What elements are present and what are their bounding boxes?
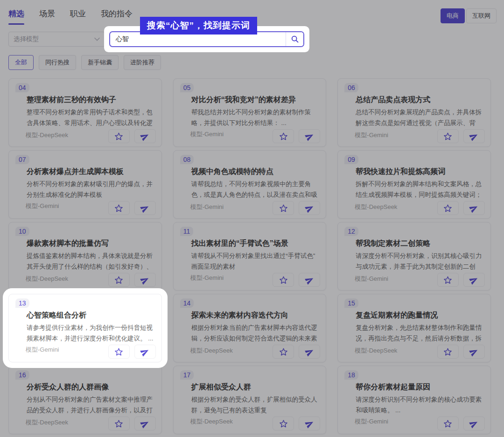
send-button[interactable] (463, 129, 485, 143)
prompt-card[interactable]: 18 帮你分析素材起量原因 请深度分析识别不同分析对象的核心成功要素和吸睛策略。… (337, 366, 491, 434)
filter-chip[interactable]: 新手锦囊 (81, 55, 119, 70)
card-number: 06 (344, 83, 358, 92)
model-select-placeholder: 选择模型 (14, 35, 39, 43)
card-actions (437, 416, 485, 430)
favorite-star-button[interactable] (108, 129, 130, 143)
prompt-library-page: 精选场景职业我的指令 电商互联网 选择模型 全部同行热搜新手锦囊进阶推荐 04 … (0, 0, 504, 437)
card-title: 帮你分析素材起量原因 (356, 382, 483, 392)
send-button[interactable] (134, 345, 156, 359)
send-button[interactable] (299, 416, 320, 430)
region-toggle: 电商互联网 (441, 8, 497, 23)
prompt-card[interactable]: 12 帮我制定素材二创策略 请深度分析不同分析对象，识别其核心吸引力与成功元素，… (337, 222, 491, 291)
card-description: 帮我总结并对比不同分析对象的素材制作策略，并提供以下对比分析结果： ... (191, 107, 319, 129)
card-description: 请深度分析不同分析对象，识别其核心吸引力与成功元素，并基于此为其制定创新的二创（… (356, 251, 483, 273)
send-plane-icon (139, 202, 151, 214)
star-icon (114, 347, 123, 356)
send-button[interactable] (299, 201, 320, 215)
prompt-card[interactable]: 05 对比分析“我和竞对”的素材差异 帮我总结并对比不同分析对象的素材制作策略，… (173, 78, 327, 147)
card-title: 总结产品卖点表现方式 (356, 95, 483, 105)
card-description: 拆解不同分析对象的脚本结构和文案风格，总结生成视频脚本模板，同时提炼高频关键词；… (356, 179, 483, 201)
favorite-star-button[interactable] (437, 273, 459, 287)
star-icon (279, 347, 288, 356)
favorite-star-button[interactable] (273, 201, 294, 215)
favorite-star-button[interactable] (273, 273, 294, 287)
star-icon (279, 132, 288, 141)
prompt-card[interactable]: 17 扩展相似受众人群 根据分析对象的受众人群，扩展相似的受众人群，避免与已有的… (173, 366, 327, 434)
favorite-star-button[interactable] (108, 416, 130, 430)
send-plane-icon (139, 346, 151, 358)
send-button[interactable] (299, 345, 320, 359)
send-button[interactable] (463, 345, 485, 359)
card-title: 复盘近期素材的跑量情况 (356, 311, 483, 320)
favorite-star-button[interactable] (437, 416, 459, 430)
favorite-star-button[interactable] (437, 129, 459, 143)
card-description: 总结不同分析对象展现的产品卖点，并具体拆解这些卖点是如何通过视觉（产品展示、背景… (356, 107, 483, 130)
region-toggle-button[interactable]: 电商 (441, 8, 465, 23)
send-button[interactable] (134, 201, 156, 215)
prompt-card[interactable]: 11 找出素材里的“手臂试色”场景 请帮我从不同分析对象里找出通过“手臂试色”画… (173, 222, 327, 291)
card-number: 10 (15, 227, 29, 236)
star-icon (279, 204, 288, 213)
prompt-card[interactable]: 04 整理素材前三秒的有效钩子 整理不同分析对象的常用钩子话术和类型，包含具体策… (8, 78, 162, 147)
tutorial-annotation: 搜索“心智”，找到提示词 (140, 17, 257, 35)
card-actions (108, 345, 156, 359)
star-icon (114, 419, 123, 428)
send-button[interactable] (299, 273, 320, 287)
favorite-star-button[interactable] (108, 273, 130, 287)
prompt-card[interactable]: 06 总结产品卖点表现方式 总结不同分析对象展现的产品卖点，并具体拆解这些卖点是… (337, 78, 491, 147)
nav-tab[interactable]: 职业 (70, 8, 86, 25)
nav-tab[interactable]: 场景 (39, 8, 55, 25)
star-icon (279, 419, 288, 428)
prompt-card[interactable]: 15 复盘近期素材的跑量情况 复盘分析对象，先总结素材整体制作和跑量情况，再指出… (337, 294, 491, 362)
star-icon (114, 132, 123, 141)
filter-chip[interactable]: 同行热搜 (39, 55, 76, 70)
card-title: 扩展相似受众人群 (191, 382, 319, 392)
card-actions (273, 345, 320, 359)
favorite-star-button[interactable] (273, 129, 294, 143)
favorite-star-button[interactable] (108, 201, 130, 215)
filter-chip[interactable]: 进阶推荐 (124, 55, 161, 70)
card-number: 12 (344, 227, 358, 236)
card-title: 对比分析“我和竞对”的素材差异 (191, 95, 319, 105)
send-button[interactable] (463, 201, 485, 215)
prompt-card[interactable]: 10 爆款素材脚本的批量仿写 提炼借鉴素材的脚本结构，具体来说就是分析其开头使用… (8, 222, 162, 291)
favorite-star-button[interactable] (437, 201, 459, 215)
card-actions (108, 201, 156, 215)
send-button[interactable] (134, 129, 156, 143)
card-number: 09 (344, 155, 358, 164)
prompt-card[interactable]: 14 探索未来的素材内容迭代方向 根据分析对象当前的广告素材脚本内容迭代逻辑，分… (173, 294, 327, 362)
card-number: 14 (180, 298, 194, 308)
nav-tab[interactable]: 精选 (8, 8, 24, 25)
favorite-star-button[interactable] (437, 345, 459, 359)
prompt-card[interactable]: 13 心智策略组合分析 请参考提供行业素材，为我创作一份抖音短视频素材脚本，并进… (8, 294, 162, 362)
card-number: 05 (180, 83, 194, 92)
card-title: 爆款素材脚本的批量仿写 (27, 239, 154, 249)
favorite-star-button[interactable] (273, 416, 294, 430)
send-button[interactable] (134, 416, 156, 430)
card-title: 找出素材里的“手臂试色”场景 (191, 239, 319, 249)
model-select[interactable]: 选择模型 (8, 32, 105, 47)
prompt-card[interactable]: 16 分析受众人群的人群画像 分别从不同分析对象的广告素材文案中推理产品的受众人… (8, 366, 162, 434)
send-plane-icon (468, 346, 480, 358)
card-description: 分析不同分析对象的素材吸引用户的爆点，并分别生成标准化的脚本模板 (27, 179, 154, 201)
star-icon (443, 204, 452, 213)
favorite-star-button[interactable] (273, 345, 294, 359)
card-actions (108, 129, 156, 143)
favorite-star-button[interactable] (108, 345, 130, 359)
prompt-card[interactable]: 08 视频中角色或模特的特点 请帮我总结，不同分析对象视频中的主要角色，或是真人… (173, 150, 327, 219)
nav-tab[interactable]: 我的指令 (101, 8, 133, 25)
region-toggle-button[interactable]: 互联网 (466, 8, 497, 23)
send-button[interactable] (299, 129, 320, 143)
search-button[interactable] (286, 32, 303, 46)
send-plane-icon (303, 202, 315, 214)
send-button[interactable] (463, 416, 485, 430)
card-number: 18 (344, 370, 358, 380)
prompt-card[interactable]: 09 帮我快速拉片和提炼高频词 拆解不同分析对象的脚本结构和文案风格，总结生成视… (337, 150, 491, 219)
send-button[interactable] (134, 273, 156, 287)
card-number: 17 (180, 370, 194, 380)
prompt-card[interactable]: 07 分析素材爆点并生成脚本模板 分析不同分析对象的素材吸引用户的爆点，并分别生… (8, 150, 162, 219)
filter-chip[interactable]: 全部 (8, 55, 34, 70)
send-plane-icon (303, 274, 315, 286)
send-button[interactable] (463, 273, 485, 287)
card-title: 视频中角色或模特的特点 (191, 167, 319, 177)
